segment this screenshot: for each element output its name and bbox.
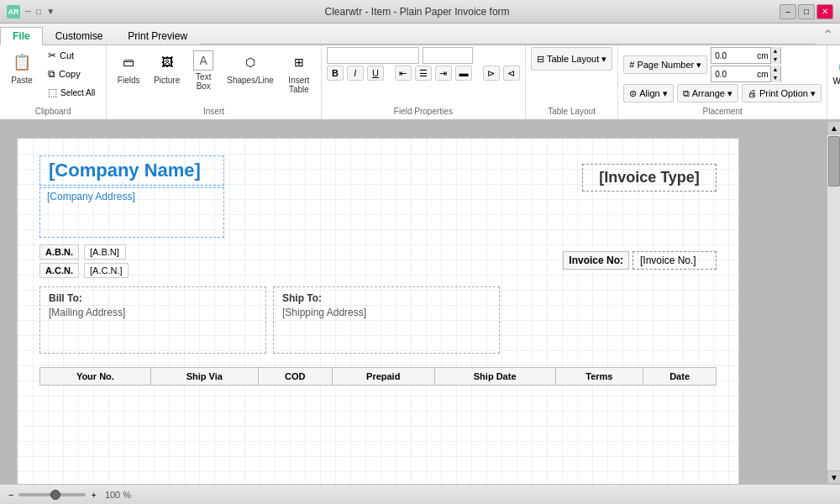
app-icon: AR: [7, 5, 20, 18]
print-option-button[interactable]: 🖨 Print Option ▾: [742, 84, 822, 102]
zoom-track[interactable]: [18, 493, 86, 496]
zoom-thumb[interactable]: [50, 490, 60, 500]
width-up-arrow[interactable]: ▲: [770, 47, 780, 55]
vertical-scrollbar[interactable]: ▲ ▼: [827, 121, 840, 484]
field-props-label: Field Properties: [327, 105, 520, 118]
scroll-up-arrow[interactable]: ▲: [827, 121, 840, 134]
zoom-slider: − +: [8, 490, 97, 500]
document-scroll[interactable]: [Company Name] [Company Address] [Invoic…: [0, 121, 827, 484]
bold-button[interactable]: B: [327, 66, 344, 81]
picture-button[interactable]: 🖼 Picture: [149, 47, 185, 88]
col-date: Date: [643, 368, 717, 386]
invoice-no-value[interactable]: [Invoice No.]: [633, 251, 717, 270]
tab-customise[interactable]: Customise: [43, 26, 116, 45]
height-spinner[interactable]: 0.0 cm ▲ ▼: [711, 66, 780, 82]
fields-button[interactable]: 🗃 Fields: [112, 47, 145, 88]
scroll-down-arrow[interactable]: ▼: [827, 470, 840, 484]
invoice-content: [Company Name] [Company Address] [Invoic…: [26, 147, 730, 394]
height-up-arrow[interactable]: ▲: [770, 66, 780, 74]
invoice-type-field[interactable]: [Invoice Type]: [582, 164, 717, 192]
restore-btn[interactable]: □: [36, 7, 41, 16]
print-icon: 🖨: [748, 88, 757, 98]
invoice-table: Your No. Ship Via COD Prepaid Ship Date …: [39, 367, 717, 386]
col-prepaid: Prepaid: [332, 368, 434, 386]
minimize-window-btn[interactable]: –: [780, 4, 796, 19]
decrease-indent-button[interactable]: ⊳: [483, 66, 500, 81]
width-spinner[interactable]: 0.0 cm ▲ ▼: [711, 47, 780, 64]
company-name-field[interactable]: [Company Name]: [39, 155, 224, 186]
tab-print-preview[interactable]: Print Preview: [115, 26, 200, 45]
paste-button[interactable]: 📋 Paste: [5, 47, 39, 88]
company-address-field[interactable]: [Company Address]: [39, 187, 224, 238]
minimize-btn[interactable]: ─: [25, 7, 31, 16]
ribbon: 📋 Paste ✂ Cut ⧉ Copy ⬚ Cut Select All: [0, 45, 840, 121]
abn-value[interactable]: [A.B.N]: [84, 244, 126, 260]
fields-icon: 🗃: [117, 50, 140, 74]
italic-button[interactable]: I: [347, 66, 364, 81]
zoom-out-icon[interactable]: −: [8, 490, 13, 500]
bill-to-label: Bill To:: [49, 292, 257, 304]
align-justify-button[interactable]: ▬: [455, 66, 472, 81]
close-window-btn[interactable]: ✕: [816, 4, 833, 19]
select-all-button[interactable]: ⬚ Cut Select All: [42, 84, 101, 101]
col-your-no: Your No.: [40, 368, 151, 386]
arrange-chevron: ▾: [727, 88, 732, 99]
ribbon-tabs: File Customise Print Preview ⌃: [0, 24, 840, 45]
invoice-top-row: [Company Name] [Company Address] [Invoic…: [39, 155, 717, 238]
align-left-button[interactable]: ⇤: [395, 66, 412, 81]
increase-indent-button[interactable]: ⊲: [503, 66, 520, 81]
watermark-label: Water...: [832, 76, 840, 86]
restore-window-btn[interactable]: □: [798, 4, 815, 19]
bill-to-box: Bill To: [Mailing Address]: [39, 286, 266, 354]
table-layout-button[interactable]: ⊟ Table Layout ▾: [531, 47, 612, 71]
align-center-button[interactable]: ☰: [415, 66, 432, 81]
underline-button[interactable]: U: [367, 66, 384, 81]
company-info-block: [Company Name] [Company Address]: [39, 155, 224, 238]
arrow-down-icon[interactable]: ▼: [46, 7, 55, 16]
align-button[interactable]: ⊜ Align ▾: [623, 84, 673, 102]
page-number-icon: #: [629, 60, 634, 70]
watermark-icon: 💧: [832, 49, 840, 76]
align-icon: ⊜: [629, 88, 637, 99]
copy-button[interactable]: ⧉ Copy: [42, 66, 101, 82]
font-size-dropdown[interactable]: [423, 47, 473, 64]
ribbon-collapse-btn[interactable]: ⌃: [816, 25, 840, 45]
page-number-button[interactable]: # Page Number ▾: [623, 55, 707, 74]
arrange-button[interactable]: ⧉ Arrange ▾: [677, 84, 738, 102]
font-dropdown[interactable]: [327, 47, 419, 64]
invoice-type-block: [Invoice Type]: [582, 164, 717, 192]
height-down-arrow[interactable]: ▼: [770, 74, 780, 82]
textbox-button[interactable]: A TextBox: [188, 47, 218, 94]
zoom-in-icon[interactable]: +: [91, 490, 96, 500]
document-area: [Company Name] [Company Address] [Invoic…: [0, 121, 840, 484]
paper: [Company Name] [Company Address] [Invoic…: [17, 138, 739, 484]
scroll-thumb[interactable]: [828, 136, 840, 186]
ship-to-label: Ship To:: [282, 292, 491, 304]
table-layout-icon: ⊟: [537, 54, 544, 65]
picture-icon: 🖼: [155, 50, 179, 74]
shapes-icon: ⬡: [239, 50, 262, 74]
chevron-down-icon: ▾: [601, 54, 606, 65]
page-back-label: Page Back...: [832, 105, 840, 118]
paste-icon: 📋: [10, 50, 34, 74]
cut-button[interactable]: ✂ Cut: [42, 47, 101, 64]
bill-to-value[interactable]: [Mailing Address]: [49, 307, 257, 318]
width-down-arrow[interactable]: ▼: [770, 55, 780, 64]
scissors-icon: ✂: [48, 50, 56, 61]
invoice-no-label: Invoice No:: [563, 251, 629, 270]
field-properties-group: B I U ⇤ ☰ ⇥ ▬ ⊳ ⊲ Field Properties Field…: [322, 45, 526, 119]
col-ship-via: Ship Via: [150, 368, 258, 386]
align-right-button[interactable]: ⇥: [435, 66, 452, 81]
select-icon: ⬚: [48, 87, 57, 98]
shapes-line-button[interactable]: ⬡ Shapes/Line: [222, 47, 279, 88]
abn-label: A.B.N.: [39, 244, 79, 260]
ship-to-value[interactable]: [Shipping Address]: [282, 307, 491, 318]
title-bar-left: AR ─ □ ▼: [7, 5, 55, 18]
acn-value[interactable]: [A.C.N.]: [84, 263, 129, 278]
tab-file[interactable]: File: [0, 27, 43, 45]
insert-group: 🗃 Fields 🖼 Picture A TextBox ⬡ Shapes/Li…: [107, 45, 322, 119]
page-number-chevron: ▾: [696, 60, 701, 71]
table-icon: ⊞: [287, 50, 311, 74]
insert-table-button[interactable]: ⊞ InsertTable: [282, 47, 316, 97]
align-chevron: ▾: [663, 88, 668, 99]
